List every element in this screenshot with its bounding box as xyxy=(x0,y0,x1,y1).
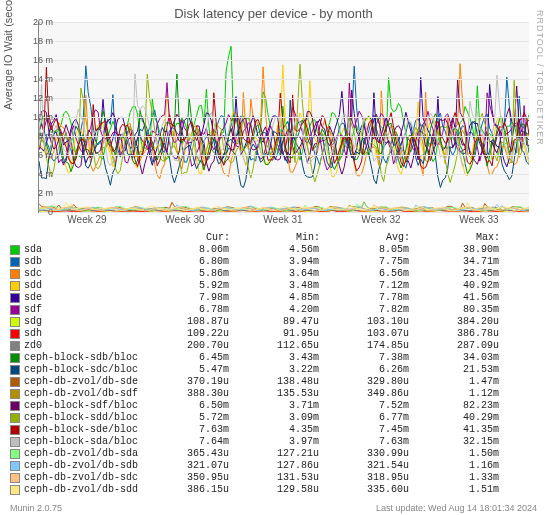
y-tick: 12 m xyxy=(21,93,53,103)
y-tick: 0 xyxy=(21,207,53,217)
legend-cur: 7.98m xyxy=(139,292,229,304)
y-tick: 20 m xyxy=(21,17,53,27)
legend-swatch xyxy=(10,485,20,495)
y-axis-label: Average IO Wait (seconds) xyxy=(2,0,14,110)
y-tick: 8 m xyxy=(21,131,53,141)
legend-max: 1.33m xyxy=(409,472,499,484)
legend-max: 32.15m xyxy=(409,436,499,448)
legend-cur: 388.30u xyxy=(139,388,229,400)
legend-max: 1.50m xyxy=(409,448,499,460)
col-min: Min: xyxy=(230,232,320,244)
col-max: Max: xyxy=(410,232,500,244)
legend-name: sde xyxy=(24,292,139,304)
legend-min: 135.53u xyxy=(229,388,319,400)
legend-swatch xyxy=(10,377,20,387)
legend-row: ceph-db-zvol/db-sdd386.15u129.58u335.60u… xyxy=(10,484,540,496)
legend-min: 127.86u xyxy=(229,460,319,472)
legend-row: ceph-db-zvol/db-sda365.43u127.21u330.99u… xyxy=(10,448,540,460)
legend-swatch xyxy=(10,269,20,279)
legend-cur: 6.50m xyxy=(139,400,229,412)
legend-name: ceph-db-zvol/db-sdc xyxy=(24,472,139,484)
legend-max: 1.12m xyxy=(409,388,499,400)
legend-row: sdd5.92m3.48m7.12m40.92m xyxy=(10,280,540,292)
legend-cur: 5.86m xyxy=(139,268,229,280)
chart-container: Disk latency per device - by month Avera… xyxy=(0,0,547,515)
legend-swatch xyxy=(10,449,20,459)
legend-cur: 6.80m xyxy=(139,256,229,268)
legend-min: 3.94m xyxy=(229,256,319,268)
legend-row: sde7.98m4.85m7.78m41.56m xyxy=(10,292,540,304)
legend-cur: 386.15u xyxy=(139,484,229,496)
legend-cur: 5.92m xyxy=(139,280,229,292)
legend-min: 4.35m xyxy=(229,424,319,436)
legend-min: 3.43m xyxy=(229,352,319,364)
legend-max: 40.29m xyxy=(409,412,499,424)
chart-title: Disk latency per device - by month xyxy=(0,0,547,23)
legend-min: 3.22m xyxy=(229,364,319,376)
legend-max: 386.78u xyxy=(409,328,499,340)
legend-name: sdc xyxy=(24,268,139,280)
legend-row: ceph-db-zvol/db-sdb321.07u127.86u321.54u… xyxy=(10,460,540,472)
legend-avg: 7.82m xyxy=(319,304,409,316)
legend-name: ceph-db-zvol/db-sde xyxy=(24,376,139,388)
legend-avg: 349.86u xyxy=(319,388,409,400)
legend-min: 4.56m xyxy=(229,244,319,256)
legend-max: 1.16m xyxy=(409,460,499,472)
y-tick: 4 m xyxy=(21,169,53,179)
legend-cur: 365.43u xyxy=(139,448,229,460)
legend-avg: 335.60u xyxy=(319,484,409,496)
legend-name: ceph-block-sdf/block-sdf xyxy=(24,400,139,412)
legend-row: ceph-block-sdf/block-sdf6.50m3.71m7.52m8… xyxy=(10,400,540,412)
legend-avg: 6.77m xyxy=(319,412,409,424)
legend-swatch xyxy=(10,317,20,327)
legend-row: ceph-block-sde/block-sde7.63m4.35m7.45m4… xyxy=(10,424,540,436)
legend-row: ceph-block-sda/block-sda7.64m3.97m7.63m3… xyxy=(10,436,540,448)
legend-max: 41.56m xyxy=(409,292,499,304)
legend-min: 3.09m xyxy=(229,412,319,424)
y-tick: 14 m xyxy=(21,74,53,84)
legend-min: 112.65u xyxy=(229,340,319,352)
legend-swatch xyxy=(10,425,20,435)
legend-max: 80.35m xyxy=(409,304,499,316)
legend-swatch xyxy=(10,257,20,267)
legend-row: zd0200.70u112.65u174.85u287.09u xyxy=(10,340,540,352)
legend-min: 89.47u xyxy=(229,316,319,328)
legend-row: sdc5.86m3.64m6.56m23.45m xyxy=(10,268,540,280)
legend-name: ceph-block-sdc/block-sdc xyxy=(24,364,139,376)
legend-cur: 370.19u xyxy=(139,376,229,388)
legend-avg: 103.10u xyxy=(319,316,409,328)
legend-avg: 7.63m xyxy=(319,436,409,448)
legend-swatch xyxy=(10,413,20,423)
legend-row: ceph-block-sdb/block-sdb6.45m3.43m7.38m3… xyxy=(10,352,540,364)
legend-avg: 7.45m xyxy=(319,424,409,436)
legend-swatch xyxy=(10,365,20,375)
legend-max: 1.51m xyxy=(409,484,499,496)
legend-min: 3.64m xyxy=(229,268,319,280)
legend-swatch xyxy=(10,281,20,291)
legend-cur: 321.07u xyxy=(139,460,229,472)
legend-row: ceph-db-zvol/db-sdc350.95u131.53u318.95u… xyxy=(10,472,540,484)
legend-max: 1.47m xyxy=(409,376,499,388)
legend-avg: 6.56m xyxy=(319,268,409,280)
legend-row: sdh109.22u91.95u103.07u386.78u xyxy=(10,328,540,340)
legend-swatch xyxy=(10,305,20,315)
legend-swatch xyxy=(10,329,20,339)
legend-cur: 5.72m xyxy=(139,412,229,424)
legend-avg: 8.05m xyxy=(319,244,409,256)
legend-name: ceph-db-zvol/db-sdf xyxy=(24,388,139,400)
legend-cur: 7.64m xyxy=(139,436,229,448)
legend-avg: 7.52m xyxy=(319,400,409,412)
legend-name: sdh xyxy=(24,328,139,340)
legend-max: 287.09u xyxy=(409,340,499,352)
legend-row: ceph-block-sdd/block-sdd5.72m3.09m6.77m4… xyxy=(10,412,540,424)
legend-name: ceph-db-zvol/db-sdb xyxy=(24,460,139,472)
legend-swatch xyxy=(10,293,20,303)
legend-swatch xyxy=(10,401,20,411)
legend-max: 41.35m xyxy=(409,424,499,436)
legend-cur: 108.87u xyxy=(139,316,229,328)
legend-cur: 8.06m xyxy=(139,244,229,256)
legend-max: 38.90m xyxy=(409,244,499,256)
legend-max: 384.20u xyxy=(409,316,499,328)
legend-name: ceph-db-zvol/db-sda xyxy=(24,448,139,460)
legend-min: 127.21u xyxy=(229,448,319,460)
